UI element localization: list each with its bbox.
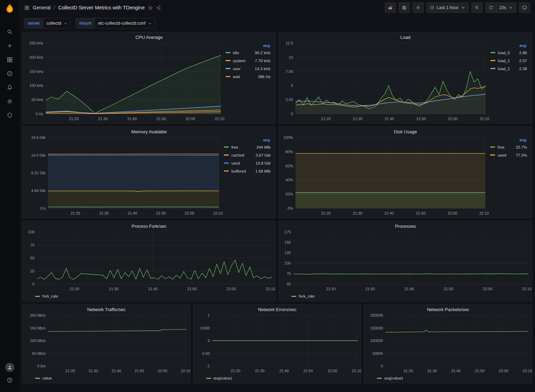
legend-swatch: [224, 147, 229, 148]
explore-compass-icon[interactable]: [3, 67, 17, 81]
tv-mode-button[interactable]: [519, 2, 530, 13]
plot-area[interactable]: [48, 314, 186, 367]
panel-title[interactable]: Load: [282, 32, 528, 42]
x-axis-label: 21:20: [228, 369, 243, 373]
chart-svg: [37, 231, 272, 285]
variable-server[interactable]: server collectd: [24, 18, 71, 28]
legend-item-cached[interactable]: cached3.67 Gib: [224, 151, 270, 159]
add-panel-icon: [388, 5, 393, 10]
chart: 18.6 Gib14.0 Gib9.31 Gib4.66 Gib0 b 21:2…: [26, 136, 219, 216]
user-avatar[interactable]: [5, 363, 14, 372]
dashboard-settings-button[interactable]: [413, 2, 424, 13]
legend-swatch: [35, 296, 40, 297]
help-icon[interactable]: [3, 373, 17, 387]
x-axis-label: 21:30: [350, 211, 365, 215]
x-axis-label: 22:10: [178, 369, 193, 373]
x-axis-label: 21:30: [86, 369, 101, 373]
legend-item-avg(value)[interactable]: avg(value): [206, 376, 232, 380]
legend-label: system: [233, 59, 245, 63]
legend: avgfree22.7%used77.3%: [485, 136, 528, 216]
legend: avgfree344 Mibcached3.67 Gibused10.8 Gib…: [219, 136, 272, 216]
save-dashboard-button[interactable]: [399, 2, 410, 13]
x-axis-label: 21:30: [95, 117, 111, 121]
panel-title[interactable]: Network Traffic/sec: [26, 305, 187, 314]
panel-title[interactable]: CPU Average: [26, 32, 272, 42]
legend-item-avg(value)[interactable]: avg(value): [377, 376, 403, 380]
zoom-out-button[interactable]: [471, 2, 483, 13]
panel-title[interactable]: Process Fork/sec: [26, 221, 272, 231]
y-axis: 200000150000100000500000: [368, 314, 385, 374]
time-range-picker[interactable]: Last 1 hour: [427, 2, 469, 13]
variable-label: server: [25, 18, 43, 28]
legend-header: avg: [490, 138, 527, 142]
legend-swatch: [491, 52, 495, 53]
legend-item-value[interactable]: value: [35, 376, 52, 380]
legend-item-load_2[interactable]: load_22.38: [491, 65, 527, 73]
share-icon[interactable]: [156, 5, 161, 10]
plot-area[interactable]: [295, 136, 485, 209]
y-axis-label: 75: [30, 243, 34, 247]
legend-item-idle[interactable]: idle96.2 kHz: [226, 49, 271, 57]
create-plus-icon[interactable]: [3, 39, 17, 53]
panel-title[interactable]: Network Errors/sec: [197, 305, 358, 314]
zoom-out-icon: [475, 5, 479, 10]
chevron-down-icon: [148, 22, 152, 25]
plot-area[interactable]: [293, 231, 528, 285]
y-axis-label: 0: [291, 112, 293, 116]
legend-item-free[interactable]: free22.7%: [490, 143, 527, 151]
star-icon[interactable]: [148, 5, 153, 10]
plot-area[interactable]: [37, 231, 272, 285]
y-axis-label: 10: [289, 55, 293, 59]
refresh-interval-picker[interactable]: 10s: [496, 2, 516, 13]
chart-svg: [46, 42, 221, 115]
search-icon[interactable]: [3, 25, 17, 39]
legend-label: load_0: [498, 51, 510, 55]
plot-area[interactable]: [46, 42, 221, 115]
panel-title[interactable]: Disk Usage: [282, 127, 528, 136]
chart: 100%80%60%40%20%0% 21:2021:3021:4021:502…: [282, 136, 485, 216]
series-fill-used: [48, 155, 219, 191]
variable-value-picker[interactable]: etc-collectd-collectd.conf: [95, 18, 155, 28]
legend-item-user[interactable]: user14.3 kHz: [226, 65, 271, 73]
legend-item-free[interactable]: free344 Mib: [224, 143, 270, 151]
legend-item-fork_rate[interactable]: fork_rate: [35, 294, 58, 298]
legend-item-used[interactable]: used77.3%: [490, 151, 527, 159]
legend-item-load_0[interactable]: load_02.86: [491, 49, 527, 57]
series-fork_rate: [37, 260, 272, 280]
legend-item-buffered[interactable]: buffered1.68 Mib: [224, 167, 270, 175]
dashboard-title[interactable]: CollectD Server Metrics with TDengine: [58, 5, 145, 10]
panel-title[interactable]: Network Packets/sec: [368, 305, 528, 314]
legend-item-used[interactable]: used10.8 Gib: [224, 159, 270, 167]
variable-value-picker[interactable]: collectd: [43, 18, 71, 28]
time-range-label: Last 1 hour: [437, 5, 459, 10]
configuration-gear-icon[interactable]: [3, 94, 17, 108]
alerting-bell-icon[interactable]: [3, 81, 17, 94]
legend: avgload_02.86load_12.57load_22.38: [486, 42, 528, 122]
legend-item-system[interactable]: system7.79 kHz: [226, 57, 271, 65]
legend-value: 22.7%: [509, 145, 527, 149]
y-axis-label: 200 Mb/s: [30, 313, 46, 317]
legend-item-load_1[interactable]: load_12.57: [491, 57, 527, 65]
plot-area[interactable]: [295, 42, 486, 115]
refresh-button[interactable]: [485, 2, 496, 13]
plot-area[interactable]: [212, 314, 358, 367]
grafana-logo[interactable]: [5, 3, 15, 15]
x-axis-label: 22:00: [224, 287, 239, 291]
plot-area[interactable]: [48, 136, 219, 209]
panel-network-errors: Network Errors/sec 10.5000-0.50-1 21:202…: [193, 304, 362, 383]
x-axis-label: 22:00: [445, 117, 460, 121]
plot-area[interactable]: [386, 314, 528, 367]
y-axis-label: 250 kHz: [29, 41, 43, 45]
panel-title[interactable]: Memory Available: [26, 127, 272, 136]
breadcrumb-folder[interactable]: General: [33, 5, 51, 10]
legend-item-wait[interactable]: wait386 Hz: [226, 73, 271, 81]
legend-swatch: [490, 155, 495, 156]
dashboards-icon[interactable]: [3, 53, 17, 67]
variable-mount[interactable]: mount etc-collectd-collectd.conf: [76, 18, 155, 28]
admin-shield-icon[interactable]: [3, 108, 17, 122]
legend-item-fork_rate[interactable]: fork_rate: [291, 294, 314, 298]
x-axis-label: 21:40: [109, 369, 124, 373]
add-panel-button[interactable]: [385, 2, 396, 13]
panel-title[interactable]: Processes: [282, 221, 528, 231]
dashboard-grid-icon[interactable]: [24, 5, 30, 10]
